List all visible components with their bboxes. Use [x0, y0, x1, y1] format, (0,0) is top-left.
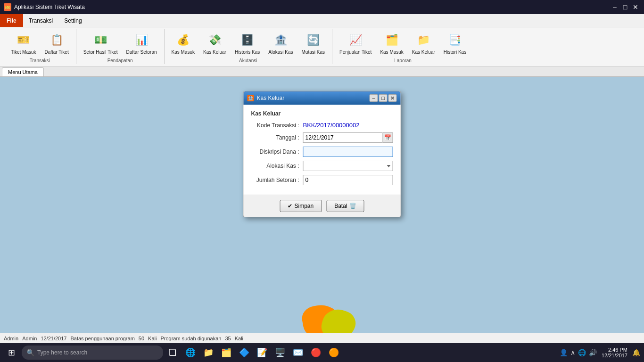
alokasi-kas-select[interactable]	[303, 161, 393, 171]
taskbar-date: 12/21/2017	[602, 353, 627, 358]
btn-kas-keluar-label: Kas Keluar	[203, 49, 226, 55]
btn-daftar-setoran[interactable]: 📊 Daftar Setoran	[123, 29, 160, 57]
btn-penjualan-tiket[interactable]: 📈 Penjualan Tiket	[336, 29, 375, 57]
taskbar-app7-button[interactable]: 🟠	[325, 344, 342, 361]
tanggal-input[interactable]	[303, 132, 383, 143]
taskbar-app1-button[interactable]: 🗂️	[218, 344, 235, 361]
batal-label: Batal	[334, 203, 347, 209]
network-icon[interactable]: 🌐	[578, 349, 586, 356]
btn-daftar-tiket[interactable]: 📋 Daftar Tiket	[41, 29, 72, 57]
title-bar: 🎫 Aplikasi Sistem Tiket Wisata – □ ✕	[0, 0, 644, 14]
btn-histori-kas[interactable]: 📑 Histori Kas	[440, 29, 470, 57]
minimize-button[interactable]: –	[610, 2, 619, 12]
btn-penjualan-tiket-label: Penjualan Tiket	[339, 49, 372, 55]
tab-menu-utama[interactable]: Menu Utama	[2, 67, 44, 76]
dialog-footer: ✔ Simpan Batal 🗑️	[244, 195, 401, 217]
taskbar-edge-button[interactable]: 🌐	[182, 344, 199, 361]
btn-kas-keluar[interactable]: 💸 Kas Keluar	[200, 29, 230, 57]
status-date: 12/21/2017	[41, 336, 66, 341]
toolbar: 🎫 Tiket Masuk 📋 Daftar Tiket Transaksi 💵…	[0, 27, 644, 66]
dialog-minimize-button[interactable]: –	[370, 94, 378, 102]
dialog-app-icon: 🏦	[248, 95, 254, 101]
taskbar-app3-button[interactable]: 📝	[254, 344, 271, 361]
mutasi-kas-icon: 🔄	[305, 32, 322, 49]
dialog-close-button[interactable]: ✕	[388, 94, 397, 102]
form-row-diskripsi-dana: Diskripsi Dana :	[251, 147, 393, 157]
kas-keluar-icon: 💸	[206, 32, 223, 49]
taskbar-app5-button[interactable]: ✉️	[289, 344, 306, 361]
btn-lap-kas-masuk[interactable]: 🗂️ Kas Masuk	[377, 29, 406, 57]
edge-icon: 🌐	[185, 347, 196, 358]
taskbar-right: 👤 ∧ 🌐 🔊 2:46 PM 12/21/2017 🔔	[560, 347, 642, 358]
btn-daftar-tiket-label: Daftar Tiket	[45, 49, 69, 55]
date-picker-button[interactable]: 📅	[383, 132, 393, 143]
app4-icon: 🖥️	[275, 347, 285, 358]
menu-file[interactable]: File	[0, 14, 23, 27]
form-row-kode-transaksi: Kode Transaksi : BKK/2017/00000002	[251, 122, 393, 129]
status-bar: Admin Admin 12/21/2017 Batas penggunaan …	[0, 333, 644, 343]
people-icon[interactable]: 👤	[560, 349, 568, 356]
dialog-titlebar: 🏦 Kas Keluar – □ ✕	[244, 91, 401, 105]
status-user2: Admin	[22, 336, 37, 341]
status-sudah-value: 35	[225, 336, 231, 341]
dialog-maximize-button[interactable]: □	[379, 94, 388, 102]
btn-setor-hasil-tiket[interactable]: 💵 Setor Hasil Tiket	[80, 29, 121, 57]
diskripsi-dana-input[interactable]	[303, 147, 393, 157]
diskripsi-dana-label: Diskripsi Dana :	[251, 148, 303, 155]
taskbar-sys-icons: 👤 ∧ 🌐 🔊	[560, 349, 597, 356]
simpan-button[interactable]: ✔ Simpan	[280, 200, 322, 212]
menu-bar: File Transaksi Setting	[0, 14, 644, 27]
task-view-icon: ❑	[169, 347, 176, 358]
simpan-label: Simpan	[294, 203, 314, 209]
kode-transaksi-label: Kode Transaksi :	[251, 122, 303, 129]
notification-icon[interactable]: 🔔	[632, 349, 640, 356]
app-icon: 🎫	[4, 3, 11, 11]
btn-kas-masuk[interactable]: 💰 Kas Masuk	[168, 29, 198, 57]
status-sudah-label: Program sudah digunakan	[160, 336, 221, 341]
menu-transaksi[interactable]: Transaksi	[23, 14, 59, 27]
main-content: 🏦 Kas Keluar – □ ✕ Kas Keluar Kode Trans…	[0, 77, 644, 347]
menu-setting[interactable]: Setting	[58, 14, 87, 27]
kas-masuk-icon: 💰	[174, 32, 191, 49]
taskbar-app4-button[interactable]: 🖥️	[272, 344, 289, 361]
status-batas-label: Batas penggunaan program	[70, 336, 134, 341]
close-button[interactable]: ✕	[631, 2, 640, 12]
taskbar-search[interactable]: 🔍 Type here to search	[22, 346, 163, 360]
group-label-laporan: Laporan	[336, 58, 470, 64]
speaker-icon[interactable]: 🔊	[589, 349, 597, 356]
task-view-button[interactable]: ❑	[164, 344, 181, 361]
jumlah-setoran-input[interactable]	[303, 175, 393, 185]
toolbar-group-transaksi: 🎫 Tiket Masuk 📋 Daftar Tiket Transaksi	[4, 29, 76, 64]
btn-lap-kas-keluar[interactable]: 📁 Kas Keluar	[409, 29, 438, 57]
windows-icon: ⊞	[8, 347, 15, 358]
maximize-button[interactable]: □	[620, 2, 630, 12]
dialog-body: Kas Keluar Kode Transaksi : BKK/2017/000…	[244, 105, 401, 195]
expand-icon[interactable]: ∧	[570, 349, 575, 356]
btn-tiket-masuk[interactable]: 🎫 Tiket Masuk	[8, 29, 40, 57]
toolbar-group-pendapatan: 💵 Setor Hasil Tiket 📊 Daftar Setoran Pen…	[76, 29, 165, 64]
taskbar-clock[interactable]: 2:46 PM 12/21/2017	[599, 347, 630, 358]
tab-bar: Menu Utama	[0, 66, 644, 77]
taskbar-app6-button[interactable]: 🔴	[307, 344, 324, 361]
lap-kas-masuk-icon: 🗂️	[383, 32, 400, 49]
form-row-jumlah-setoran: Jumlah Setoran :	[251, 175, 393, 185]
btn-mutasi-kas[interactable]: 🔄 Mutasi Kas	[298, 29, 328, 57]
btn-historis-kas[interactable]: 🗄️ Historis Kas	[231, 29, 263, 57]
group-label-transaksi: Transaksi	[8, 58, 72, 64]
dialog-title: Kas Keluar	[257, 95, 285, 101]
daftar-tiket-icon: 📋	[48, 32, 65, 49]
toolbar-group-akutansi: 💰 Kas Masuk 💸 Kas Keluar 🗄️ Historis Kas…	[165, 29, 332, 64]
taskbar-file-explorer-button[interactable]: 📁	[200, 344, 217, 361]
kode-transaksi-value: BKK/2017/00000002	[303, 122, 360, 129]
simpan-icon: ✔	[288, 203, 292, 209]
btn-alokasi-kas[interactable]: 🏦 Alokasi Kas	[265, 29, 296, 57]
group-label-pendapatan: Pendapatan	[80, 58, 160, 64]
batal-button[interactable]: Batal 🗑️	[326, 200, 364, 212]
start-button[interactable]: ⊞	[2, 344, 21, 361]
taskbar-app2-button[interactable]: 🔷	[236, 344, 253, 361]
app2-icon: 🔷	[239, 347, 249, 358]
btn-lap-kas-keluar-label: Kas Keluar	[412, 49, 435, 55]
dialog-section-title: Kas Keluar	[251, 110, 393, 117]
app3-icon: 📝	[257, 347, 267, 358]
date-input-wrap: 📅	[303, 132, 393, 143]
